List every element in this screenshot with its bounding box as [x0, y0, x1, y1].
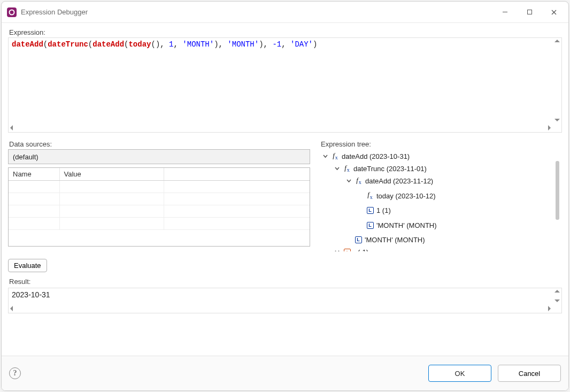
tree-toggle-icon[interactable] — [334, 166, 340, 172]
table-row[interactable] — [9, 218, 310, 230]
minimize-button[interactable] — [492, 4, 517, 21]
expression-label: Expression: — [9, 28, 562, 36]
table-cell[interactable] — [59, 205, 164, 218]
table-cell[interactable] — [164, 205, 310, 218]
token-func: dateAdd — [12, 40, 43, 49]
app-icon — [7, 7, 17, 17]
tree-node-label: - (-1) — [353, 246, 368, 251]
function-icon: fx — [355, 177, 363, 186]
close-button[interactable] — [542, 4, 566, 21]
token-func: dateAdd — [93, 40, 124, 49]
table-cell[interactable] — [9, 205, 59, 218]
evaluate-button[interactable]: Evaluate — [8, 259, 47, 272]
tree-scrollbar[interactable] — [553, 149, 562, 251]
expression-editor[interactable]: dateAdd(dateTrunc(dateAdd(today(), 1, 'M… — [9, 38, 552, 123]
result-hscroll[interactable] — [9, 304, 561, 313]
middle-panels: Data sources: (default) NameValue Expres… — [8, 139, 562, 251]
tree-node[interactable]: L1 (1) — [322, 204, 391, 217]
ok-button[interactable]: OK — [428, 365, 491, 382]
table-cell[interactable] — [164, 193, 310, 205]
scroll-left-icon[interactable] — [10, 125, 13, 130]
svg-point-0 — [10, 10, 14, 14]
scroll-left-icon[interactable] — [10, 306, 13, 311]
table-cell[interactable] — [59, 193, 164, 205]
data-sources-table[interactable]: NameValue — [8, 167, 310, 247]
expression-box: dateAdd(dateTrunc(dateAdd(today(), 1, 'M… — [8, 37, 562, 133]
tree-node[interactable]: L'MONTH' (MONTH) — [322, 234, 425, 246]
result-value[interactable]: 2023-10-31 — [9, 288, 552, 304]
window-root: Expression Debugger Expression: dateAdd(… — [1, 1, 569, 391]
scroll-right-icon[interactable] — [548, 125, 551, 130]
table-row[interactable] — [9, 181, 310, 193]
titlebar: Expression Debugger — [2, 2, 568, 23]
expression-tree-label: Expression tree: — [321, 140, 562, 148]
scroll-down-icon[interactable] — [554, 119, 560, 121]
table-cell[interactable] — [9, 218, 59, 230]
token-pn: , — [219, 40, 228, 49]
maximize-button[interactable] — [517, 4, 542, 21]
table-row[interactable] — [9, 205, 310, 218]
content-area: Expression: dateAdd(dateTrunc(dateAdd(to… — [2, 23, 568, 356]
tree-node[interactable]: fxdateTrunc (2023-11-01) — [322, 163, 427, 175]
expression-tree[interactable]: fxdateAdd (2023-10-31)fxdateTrunc (2023-… — [320, 149, 553, 251]
token-pn: ) — [214, 40, 218, 49]
help-icon[interactable]: ? — [9, 367, 21, 379]
tree-toggle-icon[interactable] — [345, 178, 352, 185]
token-pn: ( — [43, 40, 48, 49]
token-pn: , — [281, 40, 290, 49]
token-pn: , — [264, 40, 273, 49]
tree-node-label: 'MONTH' (MONTH) — [365, 234, 425, 246]
column-header[interactable] — [164, 168, 310, 181]
function-icon: fx — [366, 191, 374, 200]
svg-rect-2 — [527, 10, 532, 14]
data-sources-label: Data sources: — [9, 140, 310, 148]
operator-icon: + — [343, 248, 351, 252]
tree-toggle-icon[interactable] — [322, 153, 328, 160]
literal-icon: L — [354, 236, 363, 244]
function-icon: fx — [343, 165, 351, 173]
expression-tree-panel: Expression tree: fxdateAdd (2023-10-31)f… — [320, 139, 562, 251]
table-cell[interactable] — [9, 181, 59, 193]
tree-node[interactable]: +- (-1) — [322, 246, 368, 251]
table-cell[interactable] — [59, 218, 164, 230]
table-row[interactable] — [9, 193, 310, 205]
token-pn: ) — [259, 40, 263, 49]
token-str: 'MONTH' — [182, 40, 214, 49]
tree-node[interactable]: fxtoday (2023-10-12) — [322, 190, 436, 202]
token-pn: ) — [313, 40, 317, 49]
scroll-up-icon[interactable] — [554, 290, 560, 293]
token-num: -1 — [272, 40, 281, 49]
scroll-right-icon[interactable] — [548, 306, 551, 311]
token-str: 'DAY' — [290, 40, 313, 49]
scroll-down-icon[interactable] — [554, 299, 560, 302]
tree-node-label: dateAdd (2023-10-31) — [342, 150, 410, 163]
literal-icon: L — [366, 221, 374, 229]
cancel-button[interactable]: Cancel — [498, 365, 561, 382]
expression-hscroll[interactable] — [9, 123, 561, 132]
token-pn: , — [174, 40, 183, 49]
table-cell[interactable] — [164, 218, 310, 230]
literal-icon: L — [366, 206, 374, 215]
result-vscroll[interactable] — [552, 288, 561, 304]
tree-node[interactable]: L'MONTH' (MONTH) — [322, 219, 437, 232]
token-pn: ( — [88, 40, 93, 49]
data-source-selector[interactable]: (default) — [8, 149, 310, 164]
function-icon: fx — [331, 152, 340, 161]
data-sources-panel: Data sources: (default) NameValue — [8, 139, 310, 251]
token-func: today — [128, 40, 151, 49]
window-title: Expression Debugger — [21, 8, 88, 16]
tree-node-label: 1 (1) — [376, 204, 391, 217]
token-func: dateTrunc — [48, 40, 88, 49]
expression-vscroll[interactable] — [552, 38, 561, 123]
table-cell[interactable] — [59, 181, 164, 193]
tree-node-label: 'MONTH' (MONTH) — [376, 219, 437, 232]
tree-node[interactable]: fxdateAdd (2023-10-31) — [322, 150, 410, 163]
table-cell[interactable] — [164, 181, 310, 193]
column-header[interactable]: Name — [9, 168, 59, 181]
tree-scroll-thumb[interactable] — [556, 161, 559, 220]
tree-toggle-icon[interactable] — [334, 249, 340, 252]
column-header[interactable]: Value — [59, 168, 164, 181]
table-cell[interactable] — [9, 193, 59, 205]
scroll-up-icon[interactable] — [554, 40, 560, 42]
tree-node[interactable]: fxdateAdd (2023-11-12) — [322, 175, 433, 187]
